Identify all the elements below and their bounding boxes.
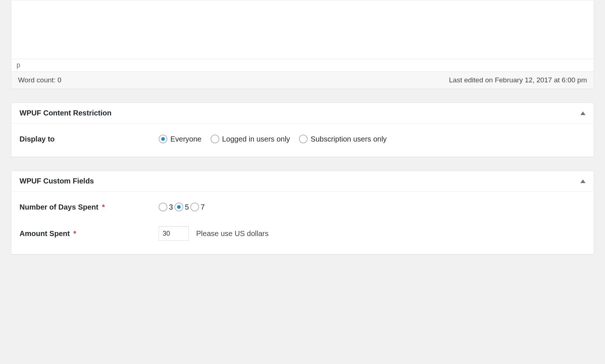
- amount-spent-input[interactable]: [159, 226, 189, 241]
- radio-icon: [159, 203, 167, 211]
- radio-label: 7: [201, 203, 205, 211]
- amount-spent-controls: Please use US dollars: [159, 226, 269, 241]
- radio-icon: [174, 203, 183, 211]
- radio-option-7[interactable]: 7: [190, 203, 205, 211]
- panel-header: WPUF Custom Fields: [11, 171, 594, 192]
- radio-label: 3: [169, 203, 173, 211]
- custom-fields-panel: WPUF Custom Fields Number of Days Spent …: [11, 171, 594, 254]
- amount-spent-help: Please use US dollars: [196, 229, 269, 238]
- radio-option-3[interactable]: 3: [159, 203, 173, 211]
- radio-label: Logged in users only: [222, 135, 290, 143]
- radio-icon: [159, 135, 167, 143]
- days-spent-options: 3 5 7: [159, 203, 205, 211]
- radio-option-5[interactable]: 5: [174, 203, 189, 211]
- amount-spent-label: Amount Spent *: [20, 229, 159, 238]
- days-spent-row: Number of Days Spent * 3 5 7: [20, 203, 585, 211]
- radio-icon: [299, 135, 308, 143]
- panel-body: Display to Everyone Logged in users only…: [11, 124, 594, 157]
- required-indicator: *: [102, 203, 105, 211]
- display-to-label: Display to: [20, 135, 159, 143]
- collapse-toggle-icon[interactable]: [580, 179, 585, 183]
- label-text: Amount Spent: [20, 229, 70, 238]
- radio-label: 5: [185, 203, 189, 211]
- radio-option-everyone[interactable]: Everyone: [159, 135, 202, 143]
- amount-spent-row: Amount Spent * Please use US dollars: [20, 226, 585, 241]
- panel-title: WPUF Custom Fields: [20, 177, 94, 185]
- editor-element-path[interactable]: p: [11, 59, 594, 72]
- content-restriction-panel: WPUF Content Restriction Display to Ever…: [11, 103, 594, 157]
- radio-label: Everyone: [170, 135, 202, 143]
- collapse-toggle-icon[interactable]: [580, 111, 585, 115]
- days-spent-label: Number of Days Spent *: [20, 203, 159, 211]
- label-text: Number of Days Spent: [20, 203, 98, 211]
- radio-icon: [190, 203, 199, 211]
- display-to-options: Everyone Logged in users only Subscripti…: [159, 135, 393, 143]
- editor-content-area[interactable]: [11, 0, 594, 59]
- radio-option-logged-in[interactable]: Logged in users only: [210, 135, 290, 143]
- word-count-label: Word count: 0: [18, 76, 61, 84]
- radio-option-subscription[interactable]: Subscription users only: [299, 135, 387, 143]
- required-indicator: *: [73, 229, 76, 238]
- editor-status-bar: Word count: 0 Last edited on February 12…: [11, 72, 594, 89]
- panel-title: WPUF Content Restriction: [20, 109, 112, 117]
- editor-box: p Word count: 0 Last edited on February …: [11, 0, 594, 89]
- radio-label: Subscription users only: [311, 135, 387, 143]
- display-to-row: Display to Everyone Logged in users only…: [20, 135, 585, 143]
- panel-body: Number of Days Spent * 3 5 7: [11, 192, 594, 254]
- panel-header: WPUF Content Restriction: [11, 103, 594, 124]
- radio-icon: [210, 135, 219, 143]
- last-edited-label: Last edited on February 12, 2017 at 6:00…: [449, 76, 587, 84]
